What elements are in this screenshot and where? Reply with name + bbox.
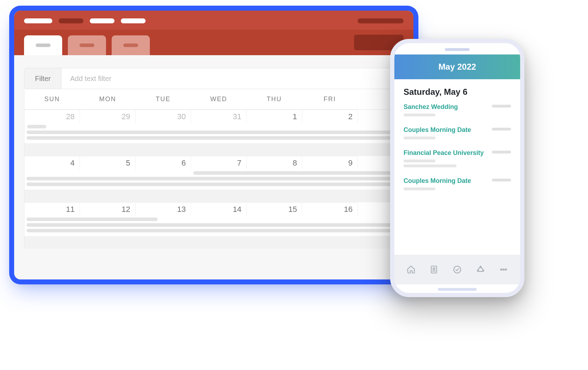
day-cell[interactable]: 6 — [136, 156, 191, 170]
event-meta — [404, 187, 435, 190]
day-cell[interactable]: 14 — [191, 202, 247, 216]
event-meta — [404, 137, 435, 139]
phone-bottom-nav — [394, 255, 520, 284]
window-toolbar — [14, 16, 413, 30]
event-bar[interactable] — [27, 223, 411, 227]
day-header: WED — [191, 89, 246, 109]
event-bar[interactable] — [27, 218, 158, 221]
day-cell[interactable]: 7 — [191, 156, 247, 170]
mobile-calendar-device: May 2022 Saturday, May 6 Sanchez Wedding… — [390, 39, 524, 297]
day-cell[interactable]: 1 — [247, 110, 302, 123]
calendar-grid: SUN MON TUE WED THU FRI SAT 28 29 30 31 … — [24, 89, 413, 249]
event-meta — [404, 114, 435, 116]
event-item[interactable]: Couples Morning Date — [404, 177, 511, 190]
event-title: Sanchez Wedding — [404, 103, 458, 111]
day-cell[interactable]: 9 — [302, 156, 358, 170]
tab-active[interactable] — [24, 35, 62, 55]
day-header: THU — [247, 89, 302, 109]
calendar-day-headers: SUN MON TUE WED THU FRI SAT — [24, 89, 413, 110]
event-time — [492, 128, 511, 131]
day-cell[interactable]: 4 — [24, 156, 80, 170]
check-circle-icon[interactable] — [452, 264, 463, 275]
svg-point-6 — [501, 269, 502, 270]
event-bar[interactable] — [27, 125, 46, 128]
event-time — [492, 105, 511, 108]
svg-point-1 — [433, 268, 435, 270]
day-header: TUE — [135, 89, 191, 109]
home-indicator — [438, 288, 477, 291]
event-bar[interactable] — [27, 136, 411, 140]
calendar-content: Filter Add text filter SUN MON TUE WED T… — [14, 55, 413, 249]
event-time — [492, 151, 511, 154]
tab-inactive[interactable] — [68, 35, 106, 55]
event-bar[interactable] — [27, 177, 411, 180]
day-cell[interactable]: 8 — [247, 156, 302, 170]
event-title: Financial Peace University — [404, 149, 484, 157]
toolbar-pill — [59, 18, 83, 23]
event-bar[interactable] — [27, 131, 411, 134]
event-time — [492, 179, 511, 181]
day-cell[interactable]: 2 — [302, 110, 358, 123]
tab-strip — [14, 30, 413, 55]
day-cell[interactable]: 15 — [247, 202, 302, 216]
day-cell[interactable]: 30 — [136, 110, 191, 123]
tab-inactive[interactable] — [112, 35, 150, 55]
day-cell[interactable]: 11 — [24, 202, 80, 216]
day-header: SUN — [24, 89, 80, 109]
toolbar-pill — [121, 18, 146, 23]
window-chrome — [14, 11, 413, 55]
filter-input[interactable]: Add text filter — [61, 68, 413, 89]
desktop-calendar-window: Filter Add text filter SUN MON TUE WED T… — [14, 11, 413, 279]
toolbar-pill — [90, 18, 114, 23]
phone-month-header[interactable]: May 2022 — [394, 54, 520, 79]
day-cell[interactable]: 16 — [302, 202, 358, 216]
event-meta — [404, 164, 457, 167]
day-cell[interactable]: 5 — [80, 156, 135, 170]
more-icon[interactable] — [498, 264, 509, 275]
event-bar[interactable] — [27, 183, 411, 186]
toolbar-action[interactable] — [358, 18, 404, 23]
groups-icon[interactable] — [475, 264, 486, 275]
event-title: Couples Morning Date — [404, 177, 471, 185]
day-header: FRI — [302, 89, 358, 109]
event-bar[interactable] — [193, 171, 411, 175]
event-bar[interactable] — [27, 229, 411, 232]
day-cell[interactable]: 29 — [80, 110, 135, 123]
svg-point-8 — [505, 269, 507, 270]
event-meta — [404, 160, 435, 162]
home-icon[interactable] — [406, 264, 416, 275]
filter-label: Filter — [24, 68, 61, 89]
event-title: Couples Morning Date — [404, 126, 471, 134]
phone-day-title: Saturday, May 6 — [394, 79, 520, 103]
calendar-week: 11 12 13 14 15 16 17 — [24, 202, 413, 249]
event-item[interactable]: Sanchez Wedding — [404, 103, 511, 116]
contacts-icon[interactable] — [429, 264, 439, 275]
calendar-week: 4 5 6 7 8 9 10 — [24, 156, 413, 202]
filter-bar: Filter Add text filter — [24, 68, 413, 89]
event-item[interactable]: Couples Morning Date — [404, 126, 511, 139]
event-list: Sanchez Wedding Couples Morning Date Fin… — [394, 103, 520, 190]
day-cell[interactable]: 12 — [80, 202, 135, 216]
day-cell[interactable]: 13 — [136, 202, 191, 216]
calendar-week: 28 29 30 31 1 2 3 — [24, 110, 413, 156]
svg-point-7 — [503, 269, 504, 270]
day-cell[interactable]: 28 — [24, 110, 80, 123]
day-cell[interactable]: 31 — [191, 110, 247, 123]
toolbar-pill — [24, 18, 52, 23]
day-header: MON — [80, 89, 135, 109]
svg-point-2 — [454, 266, 461, 273]
event-item[interactable]: Financial Peace University — [404, 149, 511, 167]
phone-speaker — [445, 48, 470, 51]
